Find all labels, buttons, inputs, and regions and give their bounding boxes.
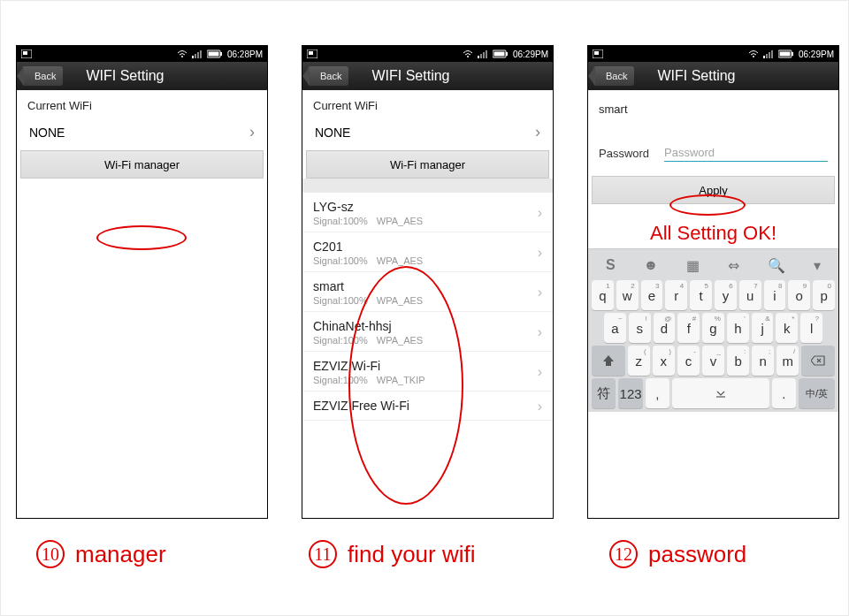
key-b[interactable]: :b [727, 346, 749, 376]
svg-rect-18 [506, 52, 508, 56]
language-key[interactable]: 中/英 [799, 378, 835, 408]
key-c[interactable]: -c [677, 346, 700, 376]
keyboard-layout-icon[interactable]: ▦ [686, 257, 700, 274]
wifi-network-row[interactable]: EZVIZ Free Wi-Fi› [302, 392, 553, 421]
wifi-icon [463, 49, 473, 58]
key-m[interactable]: /m [776, 346, 799, 376]
chevron-right-icon: › [535, 123, 540, 141]
current-wifi-label: Current WiFi [302, 90, 553, 116]
key-r[interactable]: 4r [665, 280, 687, 310]
wifi-network-row[interactable]: ChinaNet-hhsjSignal:100%WPA_AES› [302, 312, 553, 352]
emoji-icon[interactable]: ☻ [644, 257, 659, 273]
status-bar: 06:29PM [588, 46, 838, 62]
svg-rect-8 [220, 52, 222, 56]
chevron-right-icon: › [538, 285, 542, 300]
wifi-manager-button[interactable]: Wi-Fi manager [306, 150, 549, 179]
chevron-right-icon: › [538, 205, 542, 221]
back-button[interactable]: Back [593, 66, 634, 86]
key-d[interactable]: @d [654, 313, 676, 343]
soft-keyboard: S ☻ ▦ ⇔ 🔍 ▾ 1q2w3e4r5t6y7u8i9o0p ~a!s@d#… [588, 248, 838, 412]
svg-rect-1 [23, 51, 27, 55]
back-button[interactable]: Back [22, 66, 63, 86]
apply-button[interactable]: Apply [592, 176, 835, 204]
keyboard-toolbar: S ☻ ▦ ⇔ 🔍 ▾ [592, 253, 835, 278]
svg-rect-28 [792, 52, 793, 56]
backspace-key[interactable] [801, 346, 835, 376]
space-key[interactable] [672, 378, 769, 408]
svg-rect-14 [480, 54, 482, 58]
numeric-key[interactable]: 123 [618, 378, 642, 408]
wifi-network-row[interactable]: smartSignal:100%WPA_AES› [302, 272, 553, 312]
sogou-logo-icon[interactable]: S [606, 257, 616, 273]
panel-body: Current WiFi NONE › Wi-Fi manager LYG-sz… [302, 90, 553, 421]
back-button[interactable]: Back [308, 66, 348, 86]
cursor-move-icon[interactable]: ⇔ [728, 257, 739, 274]
key-s[interactable]: !s [629, 313, 651, 343]
current-wifi-row[interactable]: NONE › [17, 116, 267, 150]
key-n[interactable]: ;n [752, 346, 774, 376]
current-wifi-row[interactable]: NONE › [302, 116, 553, 150]
collapse-keyboard-icon[interactable]: ▾ [814, 257, 821, 274]
key-u[interactable]: 7u [739, 280, 761, 310]
svg-rect-11 [309, 51, 313, 55]
wifi-network-row[interactable]: LYG-szSignal:100%WPA_AES› [302, 193, 553, 232]
key-o[interactable]: 9o [788, 280, 810, 310]
comma-key[interactable]: , [646, 378, 669, 408]
key-i[interactable]: 8i [764, 280, 786, 310]
key-e[interactable]: 3e [641, 280, 663, 310]
wifi-manager-button[interactable]: Wi-Fi manager [20, 150, 264, 179]
page-title: WIFI Setting [634, 68, 833, 84]
key-w[interactable]: 2w [616, 280, 639, 310]
phone-step-11: 06:29PM Back WIFI Setting Current WiFi N… [302, 45, 554, 519]
key-x[interactable]: )x [653, 346, 675, 376]
status-time: 06:28PM [227, 49, 263, 59]
panel-body: smart Password Apply All Setting OK! S ☻… [588, 90, 838, 412]
key-p[interactable]: 0p [813, 280, 835, 310]
wifi-network-row[interactable]: EZVIZ Wi-FiSignal:100%WPA_TKIP› [302, 352, 553, 392]
current-wifi-label: Current WiFi [17, 90, 267, 116]
screenshot-icon [307, 49, 317, 58]
wifi-network-name: ChinaNet-hhsj [313, 319, 423, 333]
key-l[interactable]: ?l [800, 313, 822, 343]
page-title: WIFI Setting [348, 68, 547, 84]
shift-key[interactable] [592, 346, 625, 376]
wifi-network-row[interactable]: C201Signal:100%WPA_AES› [302, 232, 553, 272]
caption-step-10: 10 manager [36, 540, 166, 568]
key-t[interactable]: 5t [690, 280, 712, 310]
key-a[interactable]: ~a [604, 313, 626, 343]
key-k[interactable]: *k [776, 313, 798, 343]
wifi-network-meta: Signal:100%WPA_AES [313, 255, 423, 266]
svg-rect-19 [493, 52, 504, 57]
keyboard-row-2: ~a!s@d#f%g'h&j*k?l [592, 313, 835, 343]
status-time: 06:29PM [513, 49, 548, 59]
svg-rect-21 [594, 51, 599, 55]
key-z[interactable]: (z [628, 346, 650, 376]
app-header: Back WIFI Setting [17, 62, 267, 90]
period-key[interactable]: . [772, 378, 796, 408]
search-icon[interactable]: 🔍 [768, 257, 785, 274]
panel-body: Current WiFi NONE › Wi-Fi manager [17, 90, 267, 179]
key-h[interactable]: 'h [727, 313, 749, 343]
phone-step-10: 06:28PM Back WIFI Setting Current WiFi N… [16, 45, 268, 519]
key-q[interactable]: 1q [592, 280, 614, 310]
password-field[interactable] [664, 144, 828, 162]
keyboard-row-1: 1q2w3e4r5t6y7u8i9o0p [592, 280, 835, 310]
chevron-right-icon: › [249, 123, 255, 141]
password-label: Password [599, 147, 652, 160]
wifi-icon [748, 49, 759, 58]
key-f[interactable]: #f [677, 313, 700, 343]
wifi-network-meta: Signal:100%WPA_AES [313, 295, 423, 306]
current-wifi-value: NONE [315, 125, 350, 140]
caption-step-12: 12 password [609, 540, 746, 568]
key-g[interactable]: %g [702, 313, 724, 343]
caption-step-11: 11 find your wifi [309, 540, 476, 568]
signal-icon [192, 49, 203, 58]
signal-icon [763, 49, 774, 58]
key-j[interactable]: &j [752, 313, 774, 343]
key-v[interactable]: _v [702, 346, 724, 376]
svg-rect-5 [197, 52, 199, 58]
signal-icon [478, 49, 488, 58]
symbol-key[interactable]: 符 [592, 378, 616, 408]
status-time: 06:29PM [799, 49, 834, 59]
key-y[interactable]: 6y [715, 280, 737, 310]
